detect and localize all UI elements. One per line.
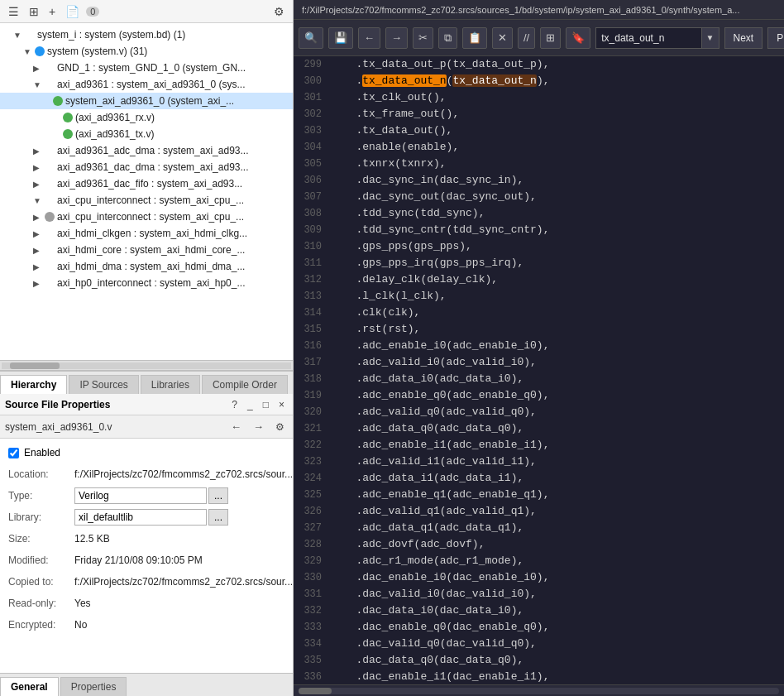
tree-item[interactable]: ▶axi_hp0_interconnect : system_axi_hp0_.…: [0, 275, 293, 291]
cut-icon-btn[interactable]: ✂: [413, 27, 433, 49]
tree-arrow[interactable]: ▶: [33, 64, 45, 73]
tab-compile_order[interactable]: Compile Order: [202, 375, 288, 394]
line-content: .adc_data_q0(adc_data_q0),: [332, 420, 523, 437]
tree-item[interactable]: ▶axi_cpu_interconnect : system_axi_cpu_.…: [0, 209, 293, 225]
line-number: 323: [294, 454, 332, 470]
previous-btn[interactable]: Previous: [767, 27, 784, 49]
search-dropdown-btn[interactable]: ▼: [701, 28, 719, 48]
code-area[interactable]: 299 .tx_data_out_p(tx_data_out_p),300 .t…: [294, 56, 784, 684]
search-icon-btn[interactable]: 🔍: [299, 27, 323, 49]
tree-arrow[interactable]: ▼: [13, 31, 25, 40]
tree-item[interactable]: ▼system (system.v) (31): [0, 43, 293, 60]
bottom-tab-properties[interactable]: Properties: [60, 677, 127, 696]
bottom-tab-general[interactable]: General: [0, 677, 59, 696]
prop-row: Copied to: f:/XilProjects/zc702/fmcomms2…: [0, 571, 293, 593]
prop-input[interactable]: [74, 487, 207, 504]
tree-item[interactable]: (axi_ad9361_tx.v): [0, 126, 293, 142]
collapse-btn[interactable]: ☰: [5, 3, 22, 20]
code-line: 334 .dac_valid_q0(dac_valid_q0),: [294, 636, 784, 652]
bookmark-icon-btn[interactable]: 🔖: [566, 27, 590, 49]
tree-item[interactable]: ▶GND_1 : system_GND_1_0 (system_GN...: [0, 60, 293, 76]
prop-input[interactable]: [74, 509, 207, 526]
code-line: 314 .clk(clk),: [294, 305, 784, 321]
line-content: .dac_valid_i0(dac_valid_i0),: [332, 586, 537, 602]
tree-arrow[interactable]: ▼: [33, 80, 45, 89]
props-back-btn[interactable]: ←: [227, 419, 245, 434]
tree-item[interactable]: system_axi_ad9361_0 (system_axi_...: [0, 93, 293, 109]
props-restore-btn[interactable]: □: [260, 397, 272, 412]
code-h-scrollbar[interactable]: [294, 684, 784, 696]
tree-item[interactable]: (axi_ad9361_rx.v): [0, 109, 293, 126]
tree-item[interactable]: ▼axi_cpu_interconnect : system_axi_cpu_.…: [0, 192, 293, 209]
line-content: .adc_data_i0(adc_data_i0),: [332, 371, 523, 387]
save-icon-btn[interactable]: 💾: [328, 27, 353, 49]
tree-item[interactable]: ▶axi_ad9361_adc_dma : system_axi_ad93...: [0, 142, 293, 159]
line-number: 334: [294, 636, 332, 652]
code-line: 311 .gps_pps_irq(gps_pps_irq),: [294, 255, 784, 271]
props-close-btn[interactable]: ×: [275, 397, 288, 412]
tree-h-scrollbar[interactable]: [0, 360, 293, 370]
tree-arrow[interactable]: ▶: [33, 180, 45, 189]
line-number: 335: [294, 652, 332, 669]
file-btn[interactable]: 📄: [62, 3, 83, 20]
tree-h-scrollbar-track: [2, 362, 291, 369]
tree-item[interactable]: ▶axi_hdmi_clkgen : system_axi_hdmi_clkg.…: [0, 225, 293, 242]
delete-icon-btn[interactable]: ✕: [492, 27, 513, 49]
tree-label: (axi_ad9361_rx.v): [75, 112, 155, 123]
prop-input-browse-btn[interactable]: ...: [208, 509, 228, 526]
undo-icon-btn[interactable]: ←: [358, 27, 380, 49]
tree-item[interactable]: ▼system_i : system (system.bd) (1): [0, 26, 293, 43]
tree-item[interactable]: ▶axi_hdmi_dma : system_axi_hdmi_dma_...: [0, 258, 293, 275]
tree-arrow[interactable]: ▶: [33, 213, 45, 222]
props-settings-btn[interactable]: ⚙: [272, 420, 288, 434]
prop-row: Modified: Friday 21/10/08 09:10:05 PM: [0, 550, 293, 571]
tab-libraries[interactable]: Libraries: [141, 375, 200, 394]
tree-item[interactable]: ▼axi_ad9361 : system_axi_ad9361_0 (sys..…: [0, 76, 293, 93]
tree-arrow[interactable]: ▼: [23, 47, 35, 56]
line-content: .tdd_sync(tdd_sync),: [332, 205, 485, 222]
tab-ip_sources[interactable]: IP Sources: [69, 375, 138, 394]
tree-arrow[interactable]: ▼: [33, 196, 45, 205]
redo-icon-btn[interactable]: →: [385, 27, 408, 49]
prop-input-browse-btn[interactable]: ...: [208, 487, 228, 504]
tree-arrow[interactable]: ▶: [33, 163, 45, 172]
line-number: 318: [294, 371, 332, 387]
tree-item[interactable]: ▶axi_ad9361_dac_fifo : system_axi_ad93..…: [0, 175, 293, 192]
copy-icon-btn[interactable]: ⧉: [438, 27, 457, 49]
add-source-btn[interactable]: +: [45, 3, 59, 20]
search-input[interactable]: [596, 28, 700, 48]
tree-arrow[interactable]: ▶: [33, 229, 45, 238]
line-number: 307: [294, 189, 332, 205]
line-content: .adc_r1_mode(adc_r1_mode),: [332, 553, 523, 569]
enabled-row: Enabled: [0, 442, 293, 463]
code-line: 322 .adc_enable_i1(adc_enable_i1),: [294, 437, 784, 454]
line-content: .adc_valid_i1(adc_valid_i1),: [332, 454, 537, 470]
enabled-checkbox[interactable]: [8, 448, 19, 458]
props-forward-btn[interactable]: →: [250, 419, 267, 434]
line-content: .adc_data_q1(adc_data_q1),: [332, 520, 523, 536]
settings-btn[interactable]: ⚙: [270, 3, 288, 20]
tree-h-scrollbar-thumb: [10, 362, 60, 369]
next-btn[interactable]: Next: [724, 27, 763, 49]
line-content: .adc_valid_i0(adc_valid_i0),: [332, 354, 537, 371]
tree-item[interactable]: ▶axi_hdmi_core : system_axi_hdmi_core_..…: [0, 242, 293, 258]
line-content: .delay_clk(delay_clk),: [332, 271, 498, 288]
paste-icon-btn[interactable]: 📋: [462, 27, 487, 49]
code-line: 315 .rst(rst),: [294, 321, 784, 338]
comment-icon-btn[interactable]: //: [518, 27, 535, 49]
tree-item[interactable]: ▶axi_ad9361_dac_dma : system_axi_ad93...: [0, 159, 293, 175]
tree-arrow[interactable]: ▶: [33, 246, 45, 255]
props-minimize-btn[interactable]: _: [244, 397, 256, 412]
line-content: .l_clk(l_clk),: [332, 288, 447, 305]
line-content: .tx_data_out(),: [332, 122, 452, 139]
tree-arrow[interactable]: ▶: [33, 279, 45, 288]
tree-arrow[interactable]: ▶: [33, 146, 45, 156]
tree-label: axi_hdmi_core : system_axi_hdmi_core_...: [57, 244, 245, 256]
props-help-btn[interactable]: ?: [228, 397, 241, 412]
tab-hierarchy[interactable]: Hierarchy: [0, 375, 67, 394]
columns-icon-btn[interactable]: ⊞: [540, 27, 561, 49]
tree-arrow[interactable]: ▶: [33, 262, 45, 271]
line-number: 324: [294, 470, 332, 487]
line-number: 308: [294, 205, 332, 222]
layout-btn[interactable]: ⊞: [26, 3, 42, 20]
